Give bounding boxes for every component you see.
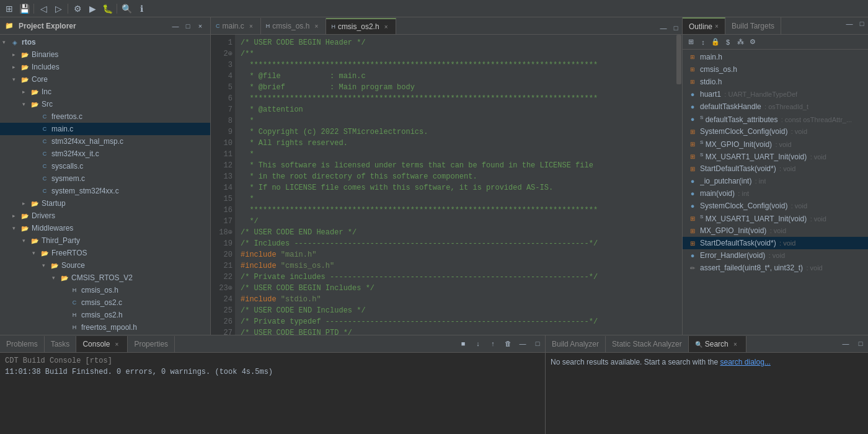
tab-outline-close[interactable]: × [715,23,719,30]
tree-item-cmsis-os2-h[interactable]: H cmsis_os2.h [0,309,210,321]
bottom-tab-properties[interactable]: Properties [128,336,175,352]
build-button[interactable]: ⚙ [71,2,84,16]
editor-vscroll-thumb[interactable] [676,35,681,84]
back-button[interactable]: ◁ [37,2,50,16]
project-explorer-close[interactable]: × [195,21,205,31]
outline-item-assert-failed[interactable]: ✏ assert_failed(uint8_t*, uint32_t) : vo… [683,262,868,274]
outline-item-main-h[interactable]: ⊞ main.h [683,51,868,63]
tree-item-main-c[interactable]: C main.c [0,123,210,135]
tree-item-binaries[interactable]: ▸ 📂 Binaries [0,48,210,61]
tree-item-source[interactable]: ▾ 📂 Source [0,259,210,272]
outline-item-mx-usart2[interactable]: ⊞ S MX_USART1_UART_Init(void) : void [683,212,868,224]
outline-item-ioputchar[interactable]: ● _io_putchar(int) : int [683,175,868,187]
outline-item-dtaskhandle[interactable]: ● defaultTaskHandle : osThreadId_t [683,100,868,113]
tree-item-freertos[interactable]: ▾ 📂 FreeRTOS [0,247,210,259]
outline-item-mx-usart[interactable]: ⊞ S MX_USART1_UART_Init(void) : void [683,150,868,162]
outline-item-sysclock2[interactable]: ● SystemClock_Config(void) : void [683,200,868,212]
search-panel-minimize[interactable]: — [839,337,852,350]
outline-item-stdio[interactable]: ⊞ stdio.h [683,76,868,88]
bottom-tab-console[interactable]: Console × [76,336,128,352]
tab-outline[interactable]: Outline × [683,17,725,34]
tree-item-hal-msp[interactable]: C stm32f4xx_hal_msp.c [0,135,210,148]
console-scroll-down[interactable]: ↓ [472,337,484,350]
outline-btn-2[interactable]: ↕ [698,37,709,48]
tree-item-core[interactable]: ▾ 📂 Core [0,73,210,86]
console-clear[interactable]: 🗑 [502,337,514,350]
tree-item-inc[interactable]: ▸ 📂 Inc [0,86,210,98]
folder-icon-core: 📂 [20,74,30,84]
editor-maximize[interactable]: □ [670,22,682,34]
project-explorer-minimize[interactable]: — [170,21,180,31]
outline-item-startdefault2[interactable]: ⊞ StartDefaultTask(void*) : void [683,237,868,249]
tree-item-freertos-mpool[interactable]: H freertos_mpool.h [0,321,210,334]
bottom-tab-search[interactable]: 🔍 Search × [689,336,746,352]
tab-cmsis-os-h[interactable]: H cmsis_os.h × [261,18,327,34]
code-line-14: * If no LICENSE file comes with this sof… [241,182,671,193]
console-scroll-up[interactable]: ↑ [487,337,499,350]
tree-item-src[interactable]: ▾ 📂 Src [0,98,210,110]
outline-item-cmsis-os-outline[interactable]: ⊞ cmsis_os.h [683,63,868,76]
outline-item-main-func[interactable]: ● main(void) : int [683,187,868,200]
tab-close-cmsis-os-h[interactable]: × [312,22,321,30]
tree-item-middlewares[interactable]: ▾ 📂 Middlewares [0,222,210,234]
search-tab-close[interactable]: × [731,340,740,348]
forward-button[interactable]: ▷ [51,2,65,16]
file-icon-syscalls: C [40,161,50,171]
code-editor[interactable]: /* USER CODE BEGIN Header */ /** *******… [236,35,676,335]
save-button[interactable]: 💾 [17,2,31,16]
bottom-tab-build-analyzer[interactable]: Build Analyzer [546,336,606,352]
outline-btn-5[interactable]: ⁂ [735,37,746,48]
bottom-tab-tasks[interactable]: Tasks [45,336,77,352]
console-stop[interactable]: ■ [457,337,469,350]
outline-maximize[interactable]: □ [856,17,868,30]
outline-item-sysclock[interactable]: ⊞ SystemClock_Config(void) : void [683,125,868,138]
tree-item-cmsis-rtos[interactable]: ▾ 📂 CMSIS_RTOS_V2 [0,272,210,284]
tree-item-cmsis-os-h[interactable]: H cmsis_os.h [0,284,210,296]
editor-vscroll[interactable] [676,35,682,335]
tree-item-cmsis-os2-c[interactable]: C cmsis_os2.c [0,296,210,309]
tree-item-syscalls[interactable]: C syscalls.c [0,160,210,172]
outline-btn-4[interactable]: $ [722,37,733,48]
tree-item-system[interactable]: C system_stm32f4xx.c [0,185,210,197]
outline-item-mx-gpio1[interactable]: ⊞ S MX_GPIO_Init(void) : void [683,138,868,150]
info-button[interactable]: ℹ [135,2,148,16]
new-button[interactable]: ⊞ [2,2,16,16]
tab-main-c[interactable]: C main.c × [211,18,261,34]
debug-button[interactable]: 🐛 [100,2,114,16]
tree-item-hal-it[interactable]: C stm32f4xx_it.c [0,148,210,160]
tree-item-sysmem[interactable]: C sysmem.c [0,172,210,185]
search-dialog-link[interactable]: search dialog... [720,358,770,366]
tab-build-targets[interactable]: Build Targets [725,17,781,34]
tree-item-rtos[interactable]: ▾ ◈ rtos [0,36,210,48]
console-maximize[interactable]: □ [531,337,544,350]
outline-item-mx-gpio2[interactable]: ⊞ MX_GPIO_Init(void) : void [683,224,868,237]
outline-btn-gear[interactable]: ⚙ [747,37,758,48]
run-button[interactable]: ▶ [86,2,99,16]
tree-item-startup[interactable]: ▸ 📂 Startup [0,197,210,210]
outline-text-huart1: huart1 : UART_HandleTypeDef [700,90,797,99]
tree-item-includes[interactable]: ▸ 📂 Includes [0,61,210,73]
tab-close-cmsis-os2-h[interactable]: × [382,22,391,31]
outline-btn-1[interactable]: ⊞ [685,37,696,48]
bottom-right-tab-bar: Build Analyzer Static Stack Analyzer 🔍 S… [546,335,868,353]
outline-minimize[interactable]: — [843,17,856,30]
bottom-tab-problems[interactable]: Problems [0,336,45,352]
tab-close-main-c[interactable]: × [247,22,255,30]
bottom-tab-static-stack[interactable]: Static Stack Analyzer [606,336,689,352]
search-panel-maximize[interactable]: □ [854,337,867,350]
bottom-console-close[interactable]: × [112,340,121,348]
project-explorer-maximize[interactable]: □ [183,21,193,31]
tab-cmsis-os2-h[interactable]: H cmsis_os2.h × [326,18,396,34]
outline-item-startdefault1[interactable]: ⊞ StartDefaultTask(void*) : void [683,162,868,175]
tree-item-freertos-c[interactable]: C freertos.c [0,110,210,123]
outline-item-error-handler[interactable]: ● Error_Handler(void) : void [683,249,868,262]
outline-item-dtaskattr[interactable]: ● S defaultTask_attributes : const osThr… [683,113,868,125]
project-icon: 📁 [5,22,14,30]
console-minimize[interactable]: — [516,337,529,350]
tree-item-third-party[interactable]: ▾ 📂 Third_Party [0,234,210,247]
tree-item-drivers[interactable]: ▸ 📂 Drivers [0,210,210,222]
search-toolbar-button[interactable]: 🔍 [120,2,133,16]
outline-item-huart1[interactable]: ● huart1 : UART_HandleTypeDef [683,88,868,100]
editor-minimize[interactable]: — [657,22,670,34]
outline-btn-3[interactable]: 🔒 [710,37,721,48]
